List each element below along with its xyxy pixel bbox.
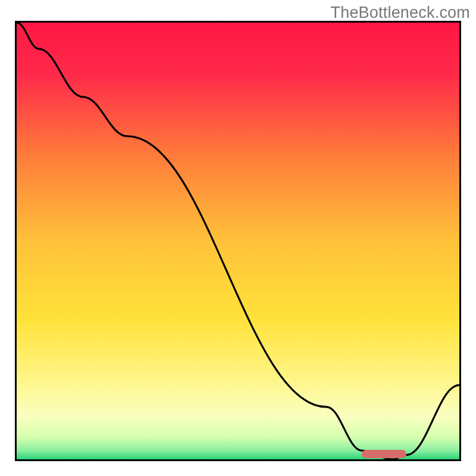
chart-optimal-marker bbox=[362, 450, 406, 458]
page-watermark: TheBottleneck.com bbox=[330, 4, 470, 22]
chart-curve bbox=[17, 23, 459, 459]
chart-plot-area bbox=[15, 21, 461, 461]
